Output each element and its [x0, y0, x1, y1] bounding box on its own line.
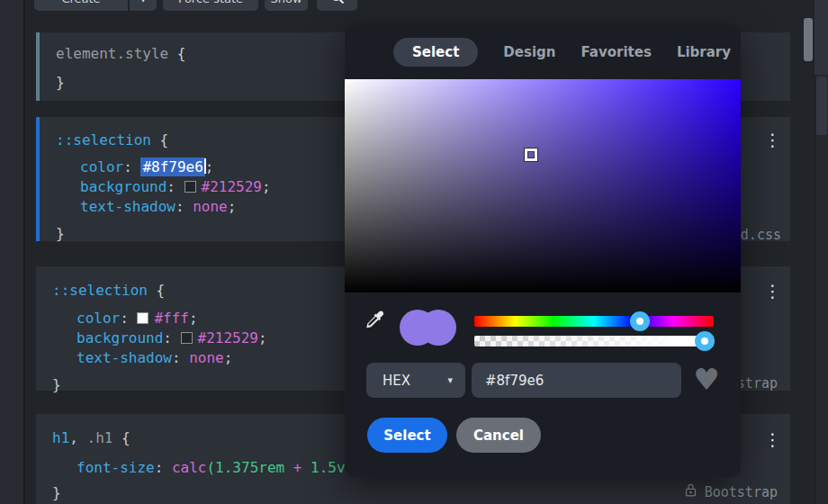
- chevron-down-icon: ▾: [447, 374, 453, 386]
- property-value[interactable]: none: [193, 198, 228, 215]
- selector[interactable]: ::selection: [56, 131, 151, 148]
- right-panel-edge: [814, 0, 828, 75]
- vertical-scrollbar[interactable]: [799, 0, 814, 504]
- declaration-color: color:#fff;: [76, 310, 198, 328]
- value-arg1: (1.375rem: [206, 459, 284, 476]
- left-gutter: [0, 0, 25, 504]
- kebab-menu-icon[interactable]: ⋮: [764, 130, 781, 149]
- saturation-value-field[interactable]: [345, 79, 741, 292]
- format-label: HEX: [382, 373, 410, 389]
- rule-selector-line: element.style{: [56, 45, 185, 63]
- source-link[interactable]: Bootstrap: [705, 484, 778, 500]
- kebab-menu-icon[interactable]: ⋮: [764, 281, 781, 301]
- picker-tabs: Select Design Favorites Library: [393, 38, 731, 67]
- tab-design[interactable]: Design: [503, 44, 555, 60]
- property-name[interactable]: color: [80, 158, 123, 176]
- right-panel-edge-lower: [814, 75, 828, 504]
- declaration-color: color:#8f79e6;: [80, 158, 213, 176]
- tab-library[interactable]: Library: [677, 44, 731, 60]
- styles-toolbar: Create ▾ Force state Show: [34, 0, 357, 11]
- scrollbar-thumb[interactable]: [804, 18, 813, 61]
- secondary-scrollbar-thumb[interactable]: [816, 76, 827, 135]
- declaration-font-size: font-size:calc(1.375rem+1.5v: [76, 459, 346, 477]
- property-name[interactable]: text-shadow: [76, 349, 172, 366]
- property-name[interactable]: background: [80, 178, 166, 195]
- property-name[interactable]: color: [76, 310, 120, 327]
- color-swatch[interactable]: [137, 312, 148, 324]
- create-button[interactable]: Create: [34, 0, 128, 11]
- rule-close-line: }: [56, 74, 65, 92]
- source-link[interactable]: d.css: [741, 227, 781, 243]
- force-state-button[interactable]: Force state: [163, 0, 258, 11]
- declaration-background: background:#212529;: [76, 329, 267, 347]
- property-value[interactable]: #fff: [154, 310, 189, 327]
- tab-select[interactable]: Select: [393, 38, 478, 67]
- selector[interactable]: h1: [52, 429, 69, 446]
- property-value-editing[interactable]: #8f79e6: [140, 158, 204, 176]
- source-row: Bootstrap: [684, 482, 778, 501]
- search-button[interactable]: [317, 0, 357, 11]
- hue-slider[interactable]: [474, 316, 714, 327]
- declaration-text-shadow: text-shadow:none;: [76, 349, 232, 367]
- color-field-marker[interactable]: [525, 148, 537, 161]
- hex-input[interactable]: [472, 363, 681, 398]
- current-color-swatch: [420, 310, 456, 346]
- declaration-background: background:#212529;: [80, 178, 271, 196]
- value-calc[interactable]: calc: [172, 459, 207, 476]
- color-picker-popup: Select Design Favorites Library HEX ▾ ♥ …: [345, 25, 741, 477]
- lock-icon: [684, 482, 698, 501]
- value-arg2: 1.5v: [310, 459, 346, 476]
- source-link[interactable]: strap: [737, 375, 778, 392]
- value-plus: +: [293, 459, 302, 476]
- selector-secondary[interactable]: .h1: [78, 429, 113, 446]
- color-swatch[interactable]: [184, 181, 196, 193]
- selector[interactable]: ::selection: [52, 282, 148, 299]
- selector[interactable]: element.style: [56, 45, 168, 62]
- declaration-text-shadow: text-shadow:none;: [80, 198, 236, 216]
- chevron-down-icon: ▾: [140, 0, 147, 5]
- show-button[interactable]: Show: [265, 0, 308, 11]
- tab-favorites[interactable]: Favorites: [580, 44, 651, 60]
- property-name[interactable]: background: [76, 329, 163, 346]
- create-dropdown-button[interactable]: ▾: [130, 0, 157, 11]
- hue-slider-handle[interactable]: [630, 311, 650, 331]
- property-value[interactable]: #212529: [198, 329, 258, 346]
- property-name[interactable]: font-size: [76, 459, 155, 476]
- favorite-heart-icon[interactable]: ♥: [690, 362, 723, 397]
- property-value[interactable]: none: [189, 349, 224, 366]
- property-name[interactable]: text-shadow: [80, 198, 176, 215]
- search-icon: [330, 0, 345, 7]
- property-value[interactable]: #212529: [202, 178, 262, 195]
- color-swatch[interactable]: [181, 332, 193, 344]
- devtools-screen: Create ▾ Force state Show element.style{…: [0, 0, 828, 504]
- cancel-button[interactable]: Cancel: [456, 418, 541, 453]
- alpha-slider[interactable]: [474, 336, 714, 346]
- eyedropper-icon[interactable]: [363, 309, 386, 332]
- alpha-slider-handle[interactable]: [695, 331, 715, 351]
- kebab-menu-icon[interactable]: ⋮: [764, 429, 781, 449]
- select-button[interactable]: Select: [367, 418, 447, 453]
- color-format-select[interactable]: HEX ▾: [366, 363, 465, 398]
